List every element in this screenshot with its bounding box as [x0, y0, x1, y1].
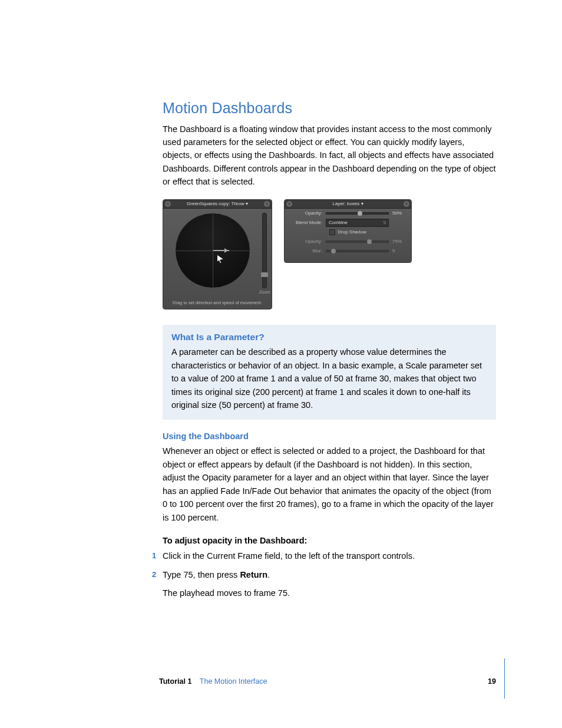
throw-direction-control[interactable]	[175, 213, 250, 288]
opacity-label: Opacity:	[289, 210, 322, 217]
blur-value: 5	[392, 248, 406, 255]
cursor-icon	[217, 255, 223, 263]
dropshadow-checkbox[interactable]	[329, 229, 335, 235]
step-result: The playhead moves to frame 75.	[163, 587, 496, 600]
zoom-slider[interactable]	[262, 213, 267, 288]
chevron-updown-icon: ⇅	[383, 219, 386, 226]
shadow-opacity-slider[interactable]	[326, 241, 389, 243]
subsection-body: Whenever an object or effect is selected…	[163, 444, 496, 524]
dashboard-layer: × Layer: boxes ▾ i Opacity: 50% Blend Mo…	[284, 199, 412, 263]
blendmode-label: Blend Mode:	[289, 219, 322, 226]
procedure-heading: To adjust opacity in the Dashboard:	[163, 535, 496, 548]
dashboard-title: GreenSquares copy: Throw ▾	[187, 200, 248, 207]
footer-divider	[504, 658, 505, 699]
tutorial-label: Tutorial 1	[159, 677, 191, 686]
return-key: Return	[240, 570, 267, 579]
step-text: Type 75, then press Return.	[163, 570, 270, 579]
procedure-steps: 1 Click in the Current Frame field, to t…	[163, 550, 496, 582]
subsection-heading: Using the Dashboard	[163, 430, 496, 443]
dashboard-title: Layer: boxes ▾	[332, 200, 363, 207]
opacity-value: 50%	[392, 210, 406, 217]
dashboard-throw: × GreenSquares copy: Throw ▾ i Zoom Drag…	[163, 199, 272, 309]
figure-row: × GreenSquares copy: Throw ▾ i Zoom Drag…	[163, 199, 496, 309]
dashboard-titlebar[interactable]: × Layer: boxes ▾ i	[285, 200, 411, 209]
shadow-opacity-label: Opacity:	[289, 238, 322, 245]
step-item: 2 Type 75, then press Return.	[163, 569, 496, 582]
chapter-label: The Motion Interface	[200, 677, 267, 686]
step-item: 1 Click in the Current Frame field, to t…	[163, 550, 496, 563]
callout-box: What Is a Parameter? A parameter can be …	[163, 325, 496, 420]
zoom-slider-knob[interactable]	[261, 272, 268, 277]
blur-label: Blur:	[289, 248, 322, 255]
info-icon[interactable]: i	[404, 201, 409, 207]
throw-arrow-icon	[213, 250, 229, 251]
dashboard-titlebar[interactable]: × GreenSquares copy: Throw ▾ i	[163, 200, 272, 209]
hint-text: Drag to set direction and speed of movem…	[163, 300, 272, 305]
section-title: Motion Dashboards	[163, 97, 496, 120]
close-icon[interactable]: ×	[286, 201, 292, 207]
step-text: Click in the Current Frame field, to the…	[163, 551, 415, 561]
zoom-label: Zoom	[259, 289, 270, 296]
intro-paragraph: The Dashboard is a floating window that …	[163, 123, 496, 189]
close-icon[interactable]: ×	[165, 201, 171, 207]
slider-knob[interactable]	[367, 239, 372, 244]
shadow-opacity-value: 75%	[392, 238, 406, 245]
callout-body: A parameter can be described as a proper…	[171, 345, 487, 411]
info-icon[interactable]: i	[264, 201, 270, 207]
callout-heading: What Is a Parameter?	[171, 330, 487, 344]
blendmode-value: Combine	[329, 220, 348, 225]
slider-knob[interactable]	[331, 249, 336, 253]
slider-knob[interactable]	[358, 211, 362, 216]
dropshadow-label: Drop Shadow	[338, 229, 366, 236]
blur-slider[interactable]	[326, 250, 389, 252]
page-number: 19	[488, 676, 496, 687]
blendmode-select[interactable]: Combine ⇅	[326, 219, 389, 227]
opacity-slider[interactable]	[326, 212, 389, 215]
